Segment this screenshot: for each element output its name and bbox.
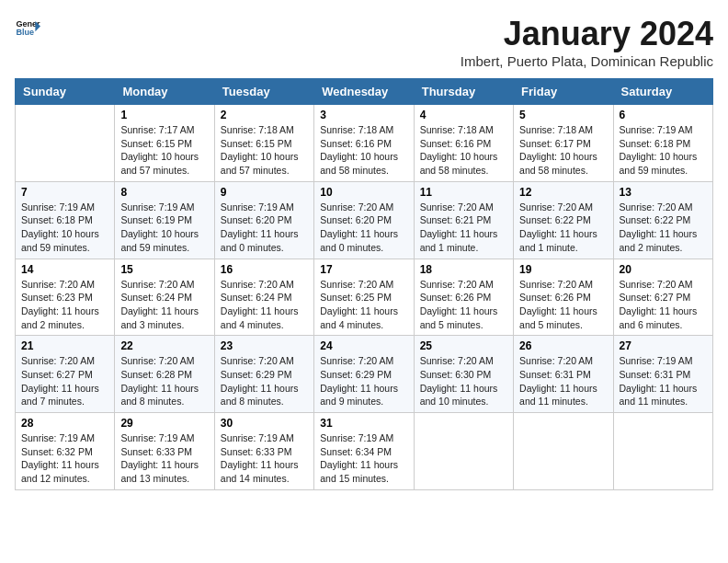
- weekday-header: Saturday: [613, 79, 712, 105]
- day-info: Sunrise: 7:20 AM Sunset: 6:26 PM Dayligh…: [420, 278, 507, 332]
- day-number: 25: [420, 339, 507, 352]
- calendar-table: SundayMondayTuesdayWednesdayThursdayFrid…: [15, 78, 713, 490]
- calendar-cell: 2Sunrise: 7:18 AM Sunset: 6:15 PM Daylig…: [214, 105, 313, 182]
- day-info: Sunrise: 7:20 AM Sunset: 6:20 PM Dayligh…: [320, 201, 407, 255]
- calendar-cell: 4Sunrise: 7:18 AM Sunset: 6:16 PM Daylig…: [414, 105, 513, 182]
- day-number: 9: [221, 186, 308, 199]
- calendar-cell: 18Sunrise: 7:20 AM Sunset: 6:26 PM Dayli…: [414, 259, 513, 336]
- day-number: 18: [420, 263, 507, 276]
- day-info: Sunrise: 7:20 AM Sunset: 6:26 PM Dayligh…: [519, 278, 607, 332]
- calendar-cell: 5Sunrise: 7:18 AM Sunset: 6:17 PM Daylig…: [514, 105, 613, 182]
- calendar-cell: 10Sunrise: 7:20 AM Sunset: 6:20 PM Dayli…: [314, 181, 414, 259]
- day-info: Sunrise: 7:20 AM Sunset: 6:30 PM Dayligh…: [420, 354, 507, 408]
- calendar-week-row: 28Sunrise: 7:19 AM Sunset: 6:32 PM Dayli…: [16, 413, 713, 490]
- day-info: Sunrise: 7:18 AM Sunset: 6:15 PM Dayligh…: [221, 123, 308, 178]
- day-info: Sunrise: 7:20 AM Sunset: 6:31 PM Dayligh…: [519, 354, 607, 408]
- calendar-cell: 16Sunrise: 7:20 AM Sunset: 6:24 PM Dayli…: [214, 259, 313, 336]
- calendar-cell: [16, 105, 115, 182]
- calendar-cell: 23Sunrise: 7:20 AM Sunset: 6:29 PM Dayli…: [214, 336, 313, 413]
- day-number: 30: [221, 417, 308, 430]
- calendar-week-row: 7Sunrise: 7:19 AM Sunset: 6:18 PM Daylig…: [16, 181, 713, 259]
- weekday-header: Thursday: [414, 79, 513, 105]
- day-number: 27: [620, 339, 707, 352]
- calendar-cell: 12Sunrise: 7:20 AM Sunset: 6:22 PM Dayli…: [514, 181, 613, 259]
- day-number: 12: [519, 186, 607, 199]
- calendar-cell: 21Sunrise: 7:20 AM Sunset: 6:27 PM Dayli…: [16, 336, 115, 413]
- calendar-cell: 14Sunrise: 7:20 AM Sunset: 6:23 PM Dayli…: [16, 259, 115, 336]
- day-number: 22: [120, 339, 208, 352]
- weekday-header: Monday: [115, 79, 214, 105]
- calendar-cell: [414, 413, 513, 490]
- day-info: Sunrise: 7:20 AM Sunset: 6:29 PM Dayligh…: [221, 354, 308, 408]
- day-info: Sunrise: 7:20 AM Sunset: 6:27 PM Dayligh…: [620, 278, 707, 332]
- day-number: 20: [620, 263, 707, 276]
- day-info: Sunrise: 7:19 AM Sunset: 6:33 PM Dayligh…: [120, 431, 208, 486]
- header: General Blue January 2024 Imbert, Puerto…: [15, 15, 713, 69]
- day-info: Sunrise: 7:19 AM Sunset: 6:32 PM Dayligh…: [21, 431, 108, 486]
- day-number: 8: [120, 186, 208, 199]
- calendar-cell: 15Sunrise: 7:20 AM Sunset: 6:24 PM Dayli…: [115, 259, 214, 336]
- day-info: Sunrise: 7:19 AM Sunset: 6:19 PM Dayligh…: [120, 201, 208, 255]
- day-number: 21: [21, 339, 108, 352]
- calendar-subtitle: Imbert, Puerto Plata, Dominican Republic: [461, 53, 713, 69]
- calendar-title: January 2024: [461, 15, 713, 53]
- calendar-cell: 11Sunrise: 7:20 AM Sunset: 6:21 PM Dayli…: [414, 181, 513, 259]
- day-number: 15: [120, 263, 208, 276]
- calendar-cell: 31Sunrise: 7:19 AM Sunset: 6:34 PM Dayli…: [314, 413, 414, 490]
- weekday-header: Tuesday: [214, 79, 313, 105]
- day-info: Sunrise: 7:17 AM Sunset: 6:15 PM Dayligh…: [120, 123, 208, 178]
- day-number: 5: [519, 109, 607, 121]
- calendar-cell: 3Sunrise: 7:18 AM Sunset: 6:16 PM Daylig…: [314, 105, 414, 182]
- calendar-cell: 19Sunrise: 7:20 AM Sunset: 6:26 PM Dayli…: [514, 259, 613, 336]
- day-info: Sunrise: 7:20 AM Sunset: 6:24 PM Dayligh…: [221, 278, 308, 332]
- day-number: 13: [620, 186, 707, 199]
- calendar-cell: 30Sunrise: 7:19 AM Sunset: 6:33 PM Dayli…: [214, 413, 313, 490]
- day-number: 19: [519, 263, 607, 276]
- day-number: 29: [120, 417, 208, 430]
- day-number: 28: [21, 417, 108, 430]
- day-number: 23: [221, 339, 308, 352]
- day-info: Sunrise: 7:19 AM Sunset: 6:33 PM Dayligh…: [221, 431, 308, 486]
- weekday-header: Sunday: [16, 79, 115, 105]
- day-number: 1: [120, 109, 208, 121]
- day-number: 3: [320, 109, 407, 121]
- calendar-cell: 20Sunrise: 7:20 AM Sunset: 6:27 PM Dayli…: [613, 259, 712, 336]
- calendar-week-row: 1Sunrise: 7:17 AM Sunset: 6:15 PM Daylig…: [16, 105, 713, 182]
- day-info: Sunrise: 7:20 AM Sunset: 6:22 PM Dayligh…: [620, 201, 707, 255]
- day-number: 10: [320, 186, 407, 199]
- calendar-cell: 8Sunrise: 7:19 AM Sunset: 6:19 PM Daylig…: [115, 181, 214, 259]
- title-area: January 2024 Imbert, Puerto Plata, Domin…: [461, 15, 713, 69]
- day-info: Sunrise: 7:18 AM Sunset: 6:16 PM Dayligh…: [320, 123, 407, 178]
- day-number: 7: [21, 186, 108, 199]
- day-number: 6: [620, 109, 707, 121]
- day-info: Sunrise: 7:20 AM Sunset: 6:25 PM Dayligh…: [320, 278, 407, 332]
- day-info: Sunrise: 7:18 AM Sunset: 6:16 PM Dayligh…: [420, 123, 507, 178]
- day-info: Sunrise: 7:20 AM Sunset: 6:24 PM Dayligh…: [120, 278, 208, 332]
- day-info: Sunrise: 7:18 AM Sunset: 6:17 PM Dayligh…: [519, 123, 607, 178]
- calendar-cell: 6Sunrise: 7:19 AM Sunset: 6:18 PM Daylig…: [613, 105, 712, 182]
- day-info: Sunrise: 7:20 AM Sunset: 6:27 PM Dayligh…: [21, 354, 108, 408]
- calendar-cell: 26Sunrise: 7:20 AM Sunset: 6:31 PM Dayli…: [514, 336, 613, 413]
- weekday-header: Friday: [514, 79, 613, 105]
- day-info: Sunrise: 7:19 AM Sunset: 6:18 PM Dayligh…: [21, 201, 108, 255]
- calendar-cell: 17Sunrise: 7:20 AM Sunset: 6:25 PM Dayli…: [314, 259, 414, 336]
- calendar-cell: 29Sunrise: 7:19 AM Sunset: 6:33 PM Dayli…: [115, 413, 214, 490]
- day-info: Sunrise: 7:19 AM Sunset: 6:34 PM Dayligh…: [320, 431, 407, 486]
- day-info: Sunrise: 7:19 AM Sunset: 6:20 PM Dayligh…: [221, 201, 308, 255]
- day-info: Sunrise: 7:20 AM Sunset: 6:28 PM Dayligh…: [120, 354, 208, 408]
- calendar-cell: 25Sunrise: 7:20 AM Sunset: 6:30 PM Dayli…: [414, 336, 513, 413]
- calendar-cell: 1Sunrise: 7:17 AM Sunset: 6:15 PM Daylig…: [115, 105, 214, 182]
- day-info: Sunrise: 7:20 AM Sunset: 6:22 PM Dayligh…: [519, 201, 607, 255]
- calendar-cell: 27Sunrise: 7:19 AM Sunset: 6:31 PM Dayli…: [613, 336, 712, 413]
- header-row: SundayMondayTuesdayWednesdayThursdayFrid…: [16, 79, 713, 105]
- calendar-cell: 22Sunrise: 7:20 AM Sunset: 6:28 PM Dayli…: [115, 336, 214, 413]
- day-info: Sunrise: 7:19 AM Sunset: 6:18 PM Dayligh…: [620, 123, 707, 178]
- weekday-header: Wednesday: [314, 79, 414, 105]
- calendar-cell: 7Sunrise: 7:19 AM Sunset: 6:18 PM Daylig…: [16, 181, 115, 259]
- day-number: 24: [320, 339, 407, 352]
- day-number: 17: [320, 263, 407, 276]
- day-info: Sunrise: 7:20 AM Sunset: 6:23 PM Dayligh…: [21, 278, 108, 332]
- day-number: 26: [519, 339, 607, 352]
- day-info: Sunrise: 7:20 AM Sunset: 6:21 PM Dayligh…: [420, 201, 507, 255]
- day-info: Sunrise: 7:19 AM Sunset: 6:31 PM Dayligh…: [620, 354, 707, 408]
